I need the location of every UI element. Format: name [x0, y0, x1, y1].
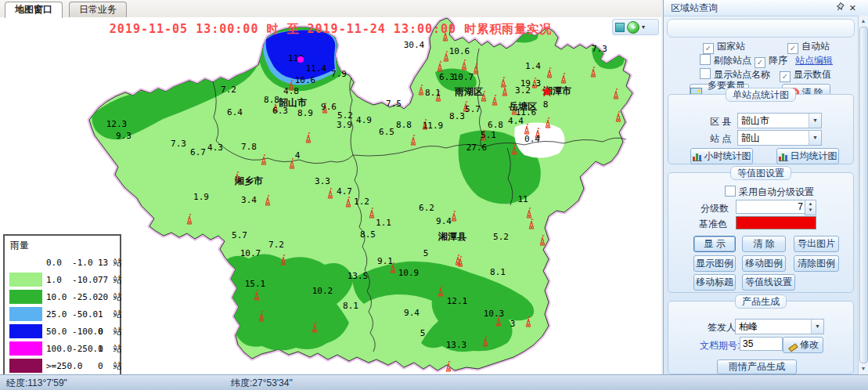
show-legend-button[interactable]: 显示图例 — [693, 255, 736, 272]
checkbox-icon[interactable] — [755, 57, 765, 68]
document-number-label: 文档期号: — [700, 339, 740, 352]
issuer-dropdown[interactable]: 柏峰 ▼ — [735, 319, 824, 334]
district-name-label: 雨湖区 — [454, 86, 483, 97]
station-value-label: 4.7 — [337, 186, 352, 197]
checkbox-exclude-station[interactable]: 剔除站点 — [700, 54, 751, 67]
button-label: 小时统计图 — [704, 150, 751, 163]
panel-title: 区域站查询 — [671, 2, 718, 13]
station-value-label: 9.4 — [436, 216, 452, 226]
button-label: 显示图例 — [696, 257, 733, 270]
checkbox-label: 剔除站点 — [714, 55, 751, 66]
clear-contour-button[interactable]: 清 除 — [742, 236, 786, 252]
close-icon[interactable]: ✕ — [849, 0, 856, 16]
display-button[interactable]: 显 示 — [693, 236, 736, 252]
pin-icon[interactable] — [832, 0, 847, 16]
station-value-label: 8.5 — [360, 229, 376, 240]
contour-line-settings-button[interactable]: 等值线设置 — [742, 274, 795, 291]
tab-daily-business[interactable]: 日常业务 — [69, 2, 127, 17]
station-value-label: 10.6 — [449, 46, 470, 56]
move-title-button[interactable]: 移动标题 — [693, 274, 736, 291]
levels-label: 分级数 — [701, 202, 729, 215]
station-value-label: 7.8 — [241, 142, 257, 152]
station-value-label: 6.4 — [227, 107, 243, 117]
bar-chart-icon — [693, 152, 702, 161]
button-label: 日均统计图 — [791, 150, 837, 163]
checkbox-icon[interactable] — [787, 43, 798, 54]
zoom-in-orb-button[interactable]: + — [627, 21, 639, 34]
levels-input[interactable]: 7 — [736, 200, 806, 214]
scroll-up-icon[interactable]: ▲ — [859, 16, 868, 26]
legend-range-label: 1.0 -10.0 — [46, 275, 98, 285]
button-label: 雨情产品生成 — [729, 360, 785, 374]
station-value-label: 3 — [510, 319, 516, 329]
scrollbar-thumb[interactable] — [859, 27, 868, 363]
checkbox-icon[interactable] — [700, 68, 711, 79]
checkbox-label: 显示站点名称 — [714, 69, 770, 80]
checkbox-auto-grading[interactable]: 采用自动分级设置 — [725, 186, 814, 199]
checkbox-auto-station[interactable]: 自动站 — [787, 40, 830, 54]
station-value-label: 10.7 — [453, 72, 474, 82]
dropdown-value: 柏峰 — [736, 320, 811, 334]
checkbox-icon[interactable] — [700, 54, 711, 65]
map-window[interactable]: 12.39.37.36.74.37.86.47.210.64.88.86.38.… — [0, 17, 661, 374]
document-number-input[interactable]: 35 — [740, 337, 783, 351]
county-label: 区 县 — [710, 115, 731, 128]
tab-bar: 地图窗口 日常业务 — [0, 0, 661, 18]
levels-stepper[interactable]: ▲▼ — [805, 200, 816, 215]
button-label: 显 示 — [704, 237, 725, 251]
station-value-label: 8.1 — [343, 301, 358, 311]
checkbox-icon[interactable] — [725, 186, 736, 197]
daily-chart-button[interactable]: 日均统计图 — [776, 148, 839, 164]
modify-button[interactable]: 修改 — [783, 337, 823, 353]
move-legend-button[interactable]: 移动图例 — [742, 255, 786, 272]
collapsed-group-strip — [667, 19, 855, 38]
map-title: 2019-11-05 13:00:00 时 至 2019-11-24 13:00… — [0, 22, 661, 37]
station-value-label: 6.8 — [488, 120, 503, 130]
scroll-down-icon[interactable]: ▼ — [859, 364, 868, 374]
layers-icon[interactable] — [615, 23, 625, 32]
station-edit-link[interactable]: 站点编辑 — [795, 54, 833, 67]
checkbox-icon[interactable] — [703, 43, 714, 54]
checkbox-descending[interactable]: 降序 — [755, 54, 787, 68]
legend-color-swatch — [9, 273, 42, 287]
checkbox-label: 显示数值 — [794, 69, 831, 80]
station-value-label: 1.1 — [376, 218, 391, 228]
checkbox-national-station[interactable]: 国家站 — [703, 40, 745, 54]
clear-legend-button[interactable]: 清除图例 — [794, 255, 839, 272]
chevron-down-icon[interactable]: ▼ — [809, 131, 821, 145]
station-dropdown[interactable]: 韶山 ▼ — [737, 130, 822, 146]
button-label: 移动标题 — [696, 276, 733, 289]
district-name-label: 韶山市 — [278, 97, 307, 108]
station-value-label: 8.8 — [264, 95, 279, 105]
checkbox-show-values[interactable]: 显示数值 — [780, 68, 831, 82]
legend-row: 100.0-250.01 站 — [5, 340, 120, 357]
station-value-label: 9.4 — [404, 308, 420, 318]
group-contour-settings: 等值图设置 采用自动分级设置 分级数 7 ▲▼ 基准色 显 示 清 除 导出图片… — [668, 172, 854, 293]
toolbar-expand-icon[interactable]: ▾ — [642, 23, 645, 31]
legend-color-swatch — [9, 359, 42, 373]
station-value-label: 3.2 — [515, 85, 531, 96]
panel-scrollbar[interactable]: ▲ ▼ — [858, 16, 868, 374]
station-value-label: 9.3 — [116, 131, 131, 141]
station-value-label: 10.2 — [312, 286, 333, 296]
button-label: 清 除 — [753, 237, 774, 251]
hourly-chart-button[interactable]: 小时统计图 — [690, 148, 753, 164]
tab-map-window[interactable]: 地图窗口 — [5, 2, 63, 18]
rain-product-generate-button[interactable]: 雨情产品生成 — [717, 359, 797, 374]
export-image-button[interactable]: 导出图片 — [794, 236, 839, 252]
button-label: 导出图片 — [798, 237, 835, 251]
county-dropdown[interactable]: 韶山市 ▼ — [737, 113, 822, 128]
chevron-down-icon[interactable]: ▼ — [811, 320, 823, 334]
station-value-label: 8.3 — [449, 111, 465, 121]
district-name-label: 湘潭县 — [438, 231, 466, 242]
station-value-label: 12.1 — [447, 296, 468, 306]
station-value-label: 8.1 — [490, 267, 506, 277]
checkbox-icon[interactable] — [780, 71, 791, 82]
base-color-swatch[interactable] — [736, 216, 816, 229]
station-value-label: 11.9 — [423, 121, 444, 131]
station-value-label: 1.4 — [525, 61, 541, 71]
issuer-label: 签发人 — [708, 321, 736, 334]
station-value-label: 5 — [420, 328, 426, 338]
status-bar: 经度:113°7'59" 纬度:27°53'34" — [0, 374, 868, 390]
chevron-down-icon[interactable]: ▼ — [809, 114, 821, 128]
